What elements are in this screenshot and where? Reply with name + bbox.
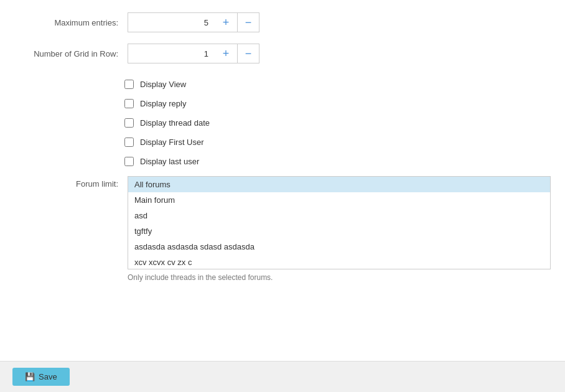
maximum-entries-row: Maximum entries: + − [0,12,565,32]
maximum-entries-plus-button[interactable]: + [215,12,237,32]
display-thread-date-row: Display thread date [0,113,565,133]
footer-bar: 💾 Save [0,361,565,392]
display-reply-label: Display reply [140,99,186,108]
display-first-user-label: Display First User [140,138,204,147]
grid-in-row-input[interactable] [128,44,215,63]
display-reply-checkbox[interactable] [124,99,134,108]
display-first-user-checkbox[interactable] [124,138,134,147]
maximum-entries-input-group: + − [128,12,259,32]
forum-option-asd[interactable]: asd [128,208,550,223]
display-view-checkbox[interactable] [124,80,134,89]
forum-select-container: All forums Main forum asd tgftfy asdasda… [128,176,551,282]
forum-option-asdasda[interactable]: asdasda asdasda sdasd asdasda [128,239,550,254]
forum-option-all[interactable]: All forums [128,177,550,192]
save-icon: 💾 [25,372,35,381]
display-last-user-label: Display last user [140,157,199,166]
maximum-entries-label: Maximum entries: [12,18,128,27]
save-button[interactable]: 💾 Save [12,368,70,386]
forum-option-xcv[interactable]: xcv xcvx cv zx c [128,254,550,269]
grid-in-row-input-group: + − [128,44,259,63]
display-reply-row: Display reply [0,94,565,113]
display-first-user-row: Display First User [0,133,565,152]
display-last-user-checkbox[interactable] [124,157,134,166]
maximum-entries-input[interactable] [128,12,215,32]
grid-in-row-minus-button[interactable]: − [237,44,259,63]
forum-limit-row: Forum limit: All forums Main forum asd t… [0,171,565,287]
save-button-label: Save [39,372,57,381]
display-view-label: Display View [140,80,186,89]
forum-listbox[interactable]: All forums Main forum asd tgftfy asdasda… [128,176,551,269]
forum-option-main[interactable]: Main forum [128,192,550,208]
forum-hint: Only include threads in the selected for… [128,273,551,282]
display-last-user-row: Display last user [0,152,565,171]
grid-in-row-label: Number of Grid in Row: [12,49,128,58]
grid-in-row-row: Number of Grid in Row: + − [0,44,565,63]
display-thread-date-label: Display thread date [140,118,210,128]
display-thread-date-checkbox[interactable] [124,118,134,128]
grid-in-row-plus-button[interactable]: + [215,44,237,63]
forum-limit-label: Forum limit: [12,176,128,189]
display-view-row: Display View [0,75,565,94]
forum-option-tgftfy[interactable]: tgftfy [128,223,550,239]
maximum-entries-minus-button[interactable]: − [237,12,259,32]
settings-form: Maximum entries: + − Number of Grid in R… [0,0,565,392]
